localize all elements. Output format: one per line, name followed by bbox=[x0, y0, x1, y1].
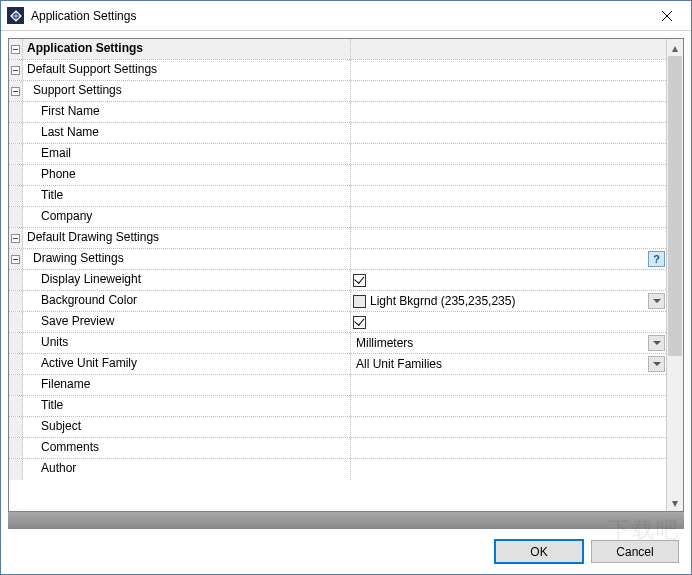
collapse-icon[interactable] bbox=[11, 45, 20, 54]
row-label: Default Support Settings bbox=[23, 60, 351, 80]
checkbox-display-lineweight[interactable] bbox=[353, 274, 366, 287]
help-button[interactable]: ? bbox=[648, 251, 665, 267]
row-units[interactable]: Units Millimeters bbox=[9, 333, 666, 354]
row-first-name[interactable]: First Name bbox=[9, 102, 666, 123]
row-label: Background Color bbox=[23, 291, 351, 311]
row-title[interactable]: Title bbox=[9, 186, 666, 207]
dialog-buttons: OK Cancel bbox=[1, 529, 691, 574]
row-label: Filename bbox=[23, 375, 351, 395]
scroll-thumb[interactable] bbox=[668, 56, 682, 356]
row-active-unit-family[interactable]: Active Unit Family All Unit Families bbox=[9, 354, 666, 375]
row-drawing-settings[interactable]: Drawing Settings ? bbox=[9, 249, 666, 270]
row-last-name[interactable]: Last Name bbox=[9, 123, 666, 144]
row-company[interactable]: Company bbox=[9, 207, 666, 228]
title-bar: Application Settings bbox=[1, 1, 691, 31]
row-support-settings[interactable]: Support Settings bbox=[9, 81, 666, 102]
dropdown-arrow-icon[interactable] bbox=[648, 293, 665, 309]
window-title: Application Settings bbox=[31, 9, 647, 23]
value-cell[interactable] bbox=[351, 186, 666, 206]
row-label: Company bbox=[23, 207, 351, 227]
property-grid: Application Settings Default Support Set… bbox=[8, 38, 684, 512]
value-cell[interactable] bbox=[351, 207, 666, 227]
value-cell[interactable] bbox=[351, 123, 666, 143]
row-label: Phone bbox=[23, 165, 351, 185]
row-label: Comments bbox=[23, 438, 351, 458]
client-area: Application Settings Default Support Set… bbox=[1, 31, 691, 529]
collapse-icon[interactable] bbox=[11, 255, 20, 264]
row-subject[interactable]: Subject bbox=[9, 417, 666, 438]
collapse-icon[interactable] bbox=[11, 234, 20, 243]
row-label: Email bbox=[23, 144, 351, 164]
value-cell[interactable] bbox=[351, 165, 666, 185]
value-cell[interactable] bbox=[351, 438, 666, 458]
value-text: Light Bkgrnd (235,235,235) bbox=[370, 294, 515, 308]
row-background-color[interactable]: Background Color Light Bkgrnd (235,235,2… bbox=[9, 291, 666, 312]
app-icon bbox=[7, 7, 24, 24]
cancel-button[interactable]: Cancel bbox=[591, 540, 679, 563]
row-label: Title bbox=[23, 186, 351, 206]
row-label: Save Preview bbox=[23, 312, 351, 332]
section-application-settings[interactable]: Application Settings bbox=[9, 39, 666, 60]
value-cell[interactable] bbox=[351, 417, 666, 437]
value-text: Millimeters bbox=[353, 336, 413, 350]
row-author[interactable]: Author bbox=[9, 459, 666, 480]
row-label: Default Drawing Settings bbox=[23, 228, 351, 248]
section-label: Application Settings bbox=[23, 39, 351, 59]
value-cell[interactable] bbox=[351, 459, 666, 480]
row-label: Author bbox=[23, 459, 351, 480]
scroll-up-icon[interactable]: ▴ bbox=[667, 39, 683, 56]
dropdown-arrow-icon[interactable] bbox=[648, 356, 665, 372]
row-drawing-title[interactable]: Title bbox=[9, 396, 666, 417]
value-cell[interactable] bbox=[351, 144, 666, 164]
row-display-lineweight[interactable]: Display Lineweight bbox=[9, 270, 666, 291]
value-text: All Unit Families bbox=[353, 357, 442, 371]
value-cell[interactable] bbox=[351, 375, 666, 395]
collapse-icon[interactable] bbox=[11, 66, 20, 75]
row-default-drawing-settings[interactable]: Default Drawing Settings bbox=[9, 228, 666, 249]
row-label: Active Unit Family bbox=[23, 354, 351, 374]
row-phone[interactable]: Phone bbox=[9, 165, 666, 186]
row-comments[interactable]: Comments bbox=[9, 438, 666, 459]
row-label: Drawing Settings bbox=[23, 249, 351, 269]
row-default-support-settings[interactable]: Default Support Settings bbox=[9, 60, 666, 81]
scroll-down-icon[interactable]: ▾ bbox=[667, 494, 683, 511]
ok-button[interactable]: OK bbox=[495, 540, 583, 563]
close-button[interactable] bbox=[647, 3, 687, 29]
row-label: Units bbox=[23, 333, 351, 353]
row-label: First Name bbox=[23, 102, 351, 122]
status-bar bbox=[8, 512, 684, 529]
collapse-icon[interactable] bbox=[11, 87, 20, 96]
checkbox-save-preview[interactable] bbox=[353, 316, 366, 329]
color-swatch bbox=[353, 295, 366, 308]
row-email[interactable]: Email bbox=[9, 144, 666, 165]
row-label: Support Settings bbox=[23, 81, 351, 101]
row-save-preview[interactable]: Save Preview bbox=[9, 312, 666, 333]
dropdown-arrow-icon[interactable] bbox=[648, 335, 665, 351]
row-label: Title bbox=[23, 396, 351, 416]
vertical-scrollbar[interactable]: ▴ ▾ bbox=[666, 39, 683, 511]
row-label: Display Lineweight bbox=[23, 270, 351, 290]
value-cell[interactable] bbox=[351, 396, 666, 416]
value-cell[interactable] bbox=[351, 102, 666, 122]
row-label: Subject bbox=[23, 417, 351, 437]
row-label: Last Name bbox=[23, 123, 351, 143]
row-filename[interactable]: Filename bbox=[9, 375, 666, 396]
